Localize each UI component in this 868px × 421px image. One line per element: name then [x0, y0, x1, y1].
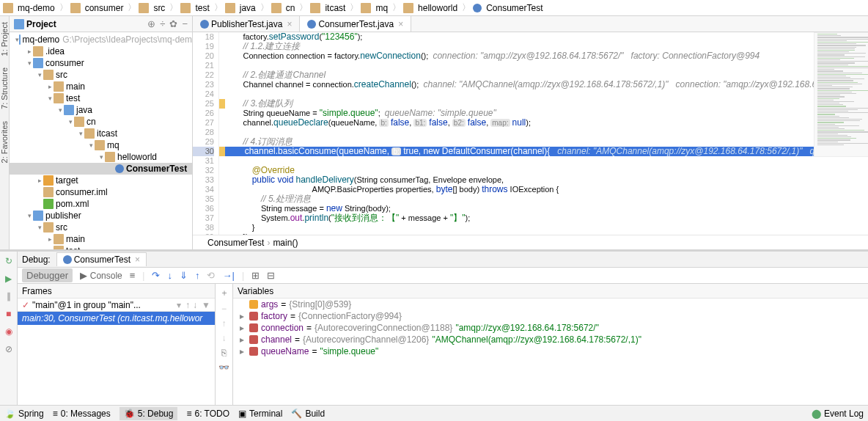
run-to-cursor-icon[interactable]: →| — [222, 270, 234, 281]
step-over-icon[interactable]: ↷ — [152, 270, 160, 281]
tree-node[interactable]: ▸main — [10, 233, 192, 245]
tree-node[interactable]: ▾java — [10, 104, 192, 116]
rerun-icon[interactable]: ↻ — [2, 255, 15, 268]
status-bar-button[interactable]: ▣Terminal — [238, 409, 282, 419]
pause-icon[interactable]: ∥ — [2, 290, 15, 303]
variable-row[interactable]: ▸factory = {ConnectionFactory@994} — [233, 310, 868, 322]
close-icon[interactable]: × — [135, 255, 140, 265]
variable-row[interactable]: ▸channel = {AutorecoveringChannel@1206} … — [233, 334, 868, 345]
project-tree[interactable]: ▾mq-demoG:\Projects\IdeaProjects\mq-dem▸… — [10, 32, 192, 249]
tree-node[interactable]: ▾test — [10, 92, 192, 104]
tree-node[interactable]: ▾cn — [10, 116, 192, 128]
breadcrumb-item[interactable]: mq — [373, 3, 390, 13]
editor-area: PublisherTest.java×ConsumerTest.java× 18… — [193, 16, 868, 249]
remove-watch-icon[interactable]: − — [221, 304, 227, 314]
add-watch-icon[interactable]: ＋ — [220, 287, 229, 299]
variable-row[interactable]: ▸queueName = "simple.queue" — [233, 345, 868, 357]
nav-breadcrumb: mq-demo〉consumer〉src〉test〉java〉cn〉itcast… — [0, 0, 868, 16]
tool-window-button[interactable]: 1: Project — [0, 22, 9, 56]
tree-node[interactable]: ConsumerTest — [10, 163, 192, 175]
class-icon — [63, 255, 72, 264]
drop-frame-icon[interactable]: ⟲ — [207, 270, 215, 281]
tree-node[interactable]: ▾consumer — [10, 57, 192, 69]
tool-window-button[interactable]: 2: Favorites — [0, 121, 9, 163]
breadcrumb-item[interactable]: itcast — [323, 3, 347, 13]
close-icon[interactable]: × — [398, 19, 403, 29]
variable-row[interactable]: args = {String[0]@539} — [233, 299, 868, 310]
crumb[interactable]: main() — [273, 238, 298, 248]
code-minimap[interactable] — [814, 32, 869, 157]
copy-icon[interactable]: ⎘ — [221, 348, 227, 358]
debug-run-buttons: ↻ ▶ ∥ ■ ◉ ⊘ — [0, 252, 18, 421]
debug-session-tab[interactable]: ConsumerTest × — [56, 252, 147, 266]
thread-selector[interactable]: ✓ "main"@1 in group "main"... ▾ ↑ ↓ ▼ — [18, 299, 215, 312]
code-breadcrumb[interactable]: ConsumerTest › main() — [193, 235, 868, 249]
mute-breakpoints-icon[interactable]: ⊘ — [2, 343, 15, 356]
event-log-button[interactable]: ⬤ Event Log — [812, 409, 864, 419]
tree-node[interactable]: ▾itcast — [10, 128, 192, 139]
step-into-icon[interactable]: ↓ — [167, 270, 172, 281]
down-icon[interactable]: ↓ — [222, 333, 227, 343]
close-icon[interactable]: × — [287, 19, 292, 29]
console-view-tab[interactable]: ▶ Console — [80, 270, 122, 281]
tree-node[interactable]: ▸test — [10, 245, 192, 249]
breadcrumb-item[interactable]: src — [151, 3, 167, 13]
tree-node[interactable]: ▾src — [10, 69, 192, 81]
step-out-icon[interactable]: ↑ — [195, 270, 200, 281]
status-bar-button[interactable]: 🔨Build — [291, 409, 325, 419]
panel-tool[interactable]: ⊕ — [147, 18, 155, 29]
crumb[interactable]: ConsumerTest — [207, 238, 264, 248]
breadcrumb-item[interactable]: test — [193, 3, 211, 13]
debugger-view-tab[interactable]: Debugger — [22, 268, 73, 282]
force-step-into-icon[interactable]: ⇓ — [180, 270, 188, 281]
variable-row[interactable]: ▸connection = {AutorecoveringConnection@… — [233, 322, 868, 334]
folder-icon — [54, 234, 64, 244]
status-icon: 🍃 — [4, 409, 15, 419]
folder-icon — [361, 3, 371, 13]
tree-node[interactable]: ▾helloworld — [10, 151, 192, 163]
var-badge-icon — [249, 312, 258, 321]
breadcrumb-item[interactable]: ConsumerTest — [484, 3, 545, 13]
minimize-icon[interactable]: − — [182, 18, 188, 29]
code-editor[interactable]: factory.setPassword("123456"); // 1.2.建立… — [225, 32, 868, 235]
panel-tool[interactable]: ÷ — [160, 18, 165, 29]
status-bar-button[interactable]: 🍃Spring — [4, 409, 44, 419]
tree-node[interactable]: ▸main — [10, 81, 192, 92]
glasses-icon[interactable]: 👓 — [218, 362, 229, 373]
debug-tab-label: ConsumerTest — [74, 255, 130, 265]
status-bar-button[interactable]: ≡0: Messages — [53, 409, 111, 419]
tree-node[interactable]: ▸target — [10, 175, 192, 186]
filter-icon[interactable]: ▼ — [202, 300, 210, 310]
resume-icon[interactable]: ▶ — [2, 272, 15, 285]
folder-icon — [403, 3, 413, 13]
tree-node[interactable]: ▾publisher — [10, 210, 192, 222]
breadcrumb-item[interactable]: mq-demo — [15, 3, 57, 13]
editor-tab[interactable]: ConsumerTest.java× — [300, 16, 411, 32]
tree-node[interactable]: pom.xml — [10, 198, 192, 210]
tree-node[interactable]: ▾mq — [10, 139, 192, 151]
threads-icon[interactable]: ≡ — [130, 270, 136, 281]
tree-node[interactable]: ▸.idea — [10, 45, 192, 57]
evaluate-icon[interactable]: ⊞ — [251, 270, 260, 281]
tree-node[interactable]: ▾mq-demoG:\Projects\IdeaProjects\mq-dem — [10, 34, 192, 45]
view-breakpoints-icon[interactable]: ◉ — [2, 325, 15, 338]
status-bar-button[interactable]: 🐞5: Debug — [119, 407, 178, 420]
trace-icon[interactable]: ⊟ — [267, 270, 275, 281]
folder-icon — [54, 93, 64, 103]
variables-title: Variables — [233, 284, 868, 299]
stop-icon[interactable]: ■ — [2, 307, 15, 321]
tree-node[interactable]: ▾src — [10, 222, 192, 233]
variables-panel: Variables args = {String[0]@539}▸factory… — [233, 284, 868, 421]
breadcrumb-item[interactable]: consumer — [83, 3, 126, 13]
breadcrumb-item[interactable]: java — [238, 3, 258, 13]
tree-node[interactable]: consumer.iml — [10, 186, 192, 198]
breadcrumb-item[interactable]: helloworld — [416, 3, 460, 13]
gear-icon[interactable]: ✿ — [169, 18, 177, 29]
breadcrumb-item[interactable]: cn — [284, 3, 298, 13]
up-icon[interactable]: ↑ — [222, 318, 227, 329]
editor-tab[interactable]: PublisherTest.java× — [193, 16, 300, 32]
tool-window-button[interactable]: 7: Structure — [0, 67, 9, 109]
stack-frame[interactable]: main:30, ConsumerTest (cn.itcast.mq.hell… — [18, 312, 215, 325]
folder-icon — [271, 3, 282, 13]
status-bar-button[interactable]: ≡6: TODO — [186, 409, 229, 419]
